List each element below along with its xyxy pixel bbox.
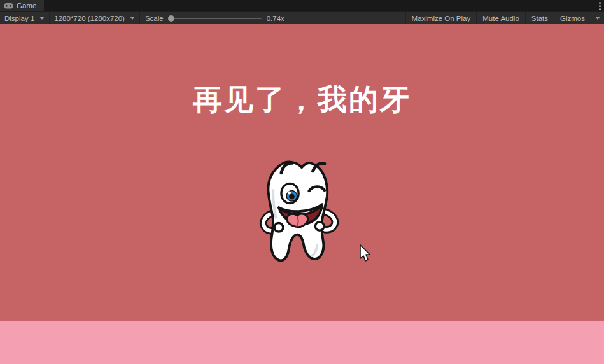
- maximize-on-play-button[interactable]: Maximize On Play: [405, 12, 477, 24]
- scale-slider-knob[interactable]: [168, 15, 174, 22]
- mute-audio-label: Mute Audio: [482, 15, 519, 22]
- tab-bar: Game: [0, 0, 604, 11]
- chevron-down-icon: [130, 17, 135, 20]
- chevron-down-icon: [39, 17, 45, 20]
- gizmos-dropdown-button[interactable]: [591, 12, 604, 24]
- mute-audio-button[interactable]: Mute Audio: [476, 12, 525, 24]
- game-view-toolbar: Display 1 1280*720 (1280x720) Scale 0.74…: [0, 11, 604, 24]
- scale-value: 0.74x: [267, 15, 284, 22]
- chevron-down-icon: [595, 17, 600, 20]
- mouse-cursor-icon: [359, 244, 373, 263]
- stats-label: Stats: [531, 15, 548, 22]
- scale-label: Scale: [145, 15, 164, 22]
- game-title: 再见了，我的牙: [0, 80, 604, 120]
- stats-button[interactable]: Stats: [525, 12, 554, 24]
- game-viewport[interactable]: 再见了，我的牙: [0, 24, 604, 364]
- maximize-on-play-label: Maximize On Play: [412, 15, 471, 22]
- kebab-menu-icon[interactable]: [599, 0, 601, 11]
- scale-control: Scale 0.74x: [140, 12, 290, 24]
- display-dropdown-label: Display 1: [4, 15, 34, 22]
- scale-slider[interactable]: [169, 18, 262, 19]
- resolution-dropdown-label: 1280*720 (1280x720): [54, 15, 125, 22]
- gizmos-label: Gizmos: [560, 15, 585, 22]
- display-dropdown[interactable]: Display 1: [0, 12, 49, 24]
- gamepad-icon: [4, 3, 13, 9]
- unity-game-window: Game Display 1 1280*720 (1280x720) Scale…: [0, 0, 604, 364]
- tab-game[interactable]: Game: [0, 0, 44, 11]
- gizmos-button[interactable]: Gizmos: [554, 12, 591, 24]
- tab-game-label: Game: [17, 2, 36, 10]
- resolution-dropdown[interactable]: 1280*720 (1280x720): [50, 12, 139, 24]
- footer-strip: [0, 320, 604, 364]
- tooth-mascot: [258, 158, 345, 270]
